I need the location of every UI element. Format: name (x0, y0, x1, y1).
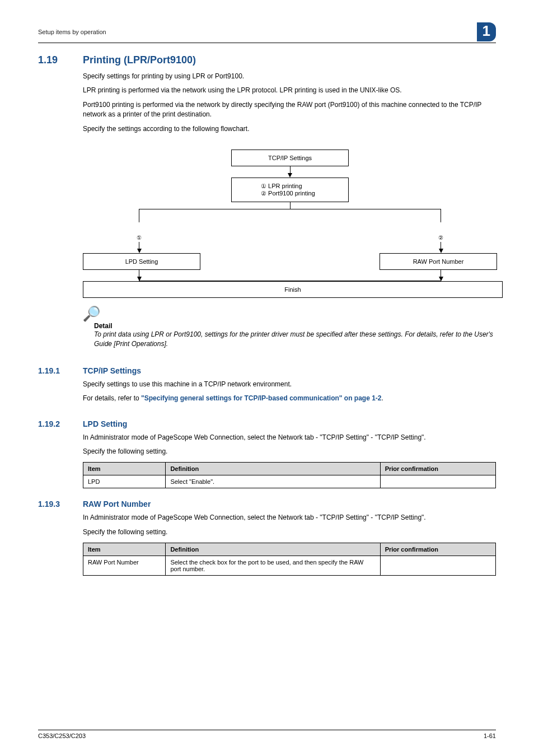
chapter-number-tab: 1 (477, 22, 496, 41)
section-number: 1.19 (38, 54, 83, 66)
paragraph: Specify the settings according to the fo… (83, 124, 496, 134)
td-definition: Select "Enable". (166, 475, 380, 488)
flowchart-branch-left-label: ① (137, 235, 142, 241)
subsection-heading: 1.19.3 RAW Port Number (38, 500, 496, 508)
subsection-title: LPD Setting (83, 419, 127, 428)
flowchart-choice-line2: ② Port9100 printing (261, 190, 346, 197)
table-row: RAW Port Number Select the check box for… (83, 556, 496, 576)
td-item: LPD (83, 475, 166, 488)
flowchart-node-tcpip: TCP/IP Settings (231, 150, 349, 166)
cross-reference-link[interactable]: "Specifying general settings for TCP/IP-… (141, 394, 381, 402)
th-prior: Prior confirmation (380, 463, 495, 475)
td-prior (380, 556, 495, 576)
flowchart-node-choice: ① LPR printing ② Port9100 printing (231, 178, 349, 202)
paragraph: Specify settings for printing by using L… (83, 72, 496, 81)
flowchart-node-lpd: LPD Setting (83, 253, 200, 270)
subsection-heading: 1.19.1 TCP/IP Settings (38, 366, 496, 375)
detail-text: To print data using LPR or Port9100, set… (94, 330, 496, 349)
flowchart-choice-line1: ① LPR printing (261, 183, 346, 190)
ref-prefix: For details, refer to (83, 394, 141, 402)
paragraph: Specify the following setting. (83, 447, 496, 456)
td-item: RAW Port Number (83, 556, 166, 576)
table-header-row: Item Definition Prior confirmation (83, 463, 496, 475)
subsection-number: 1.19.3 (38, 500, 83, 508)
flowchart-node-raw: RAW Port Number (380, 253, 497, 270)
settings-table-lpd: Item Definition Prior confirmation LPD S… (83, 462, 496, 488)
ref-suffix: . (382, 394, 383, 402)
subsection-heading: 1.19.2 LPD Setting (38, 419, 496, 428)
running-head: Setup items by operation (38, 29, 106, 35)
page-header: Setup items by operation 1 (38, 22, 496, 43)
detail-note: 🔍 Detail To print data using LPR or Port… (83, 306, 496, 349)
settings-table-raw: Item Definition Prior confirmation RAW P… (83, 543, 496, 576)
footer-model: C353/C253/C203 (38, 732, 86, 739)
paragraph: Specify the following setting. (83, 528, 496, 537)
flowchart-node-finish: Finish (83, 281, 503, 298)
page-footer: C353/C253/C203 1-61 (38, 730, 496, 739)
flowchart-branch-right-label: ② (438, 235, 443, 241)
table-header-row: Item Definition Prior confirmation (83, 543, 496, 556)
paragraph: LPR printing is performed via the networ… (83, 86, 496, 95)
paragraph: For details, refer to "Specifying genera… (83, 394, 496, 403)
th-item: Item (83, 463, 166, 475)
footer-page-number: 1-61 (484, 732, 496, 739)
section-heading: 1.19 Printing (LPR/Port9100) (38, 54, 496, 66)
th-definition: Definition (166, 463, 380, 475)
td-definition: Select the check box for the port to be … (166, 556, 380, 576)
subsection-title: TCP/IP Settings (83, 366, 141, 375)
magnifier-icon: 🔍 (83, 306, 101, 321)
td-prior (380, 475, 495, 488)
paragraph: In Administrator mode of PageScope Web C… (83, 513, 496, 522)
section-title: Printing (LPR/Port9100) (83, 54, 196, 66)
subsection-number: 1.19.1 (38, 366, 83, 375)
subsection-number: 1.19.2 (38, 419, 83, 428)
paragraph: In Administrator mode of PageScope Web C… (83, 433, 496, 442)
flowchart: TCP/IP Settings ① LPR printing ② Port910… (83, 150, 497, 298)
th-prior: Prior confirmation (380, 543, 495, 556)
subsection-title: RAW Port Number (83, 500, 151, 508)
th-item: Item (83, 543, 166, 556)
th-definition: Definition (166, 543, 380, 556)
detail-heading: Detail (94, 322, 496, 330)
paragraph: Port9100 printing is performed via the n… (83, 100, 496, 120)
table-row: LPD Select "Enable". (83, 475, 496, 488)
paragraph: Specify settings to use this machine in … (83, 380, 496, 389)
